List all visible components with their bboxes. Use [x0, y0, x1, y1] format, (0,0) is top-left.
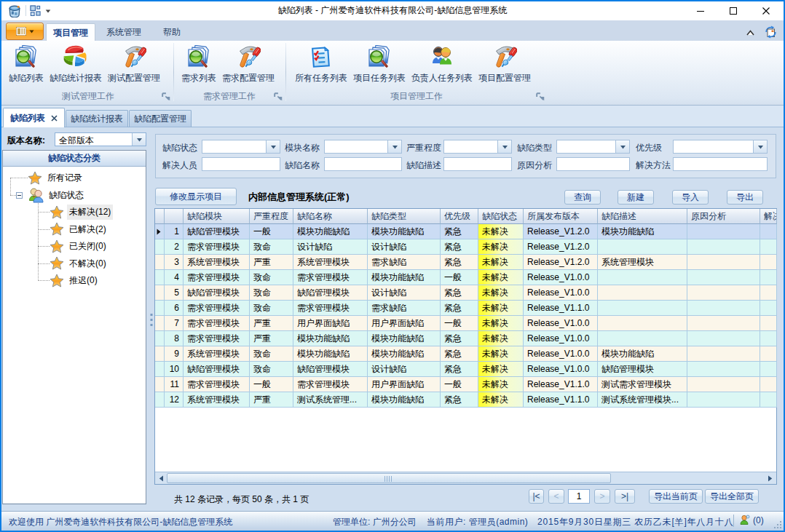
- grid-cell[interactable]: 模块功能缺陷: [368, 224, 441, 239]
- ribbon-collapse-icon[interactable]: [746, 29, 755, 36]
- grid-cell[interactable]: 未解决: [478, 255, 524, 270]
- grid-cell[interactable]: 紧急: [441, 239, 478, 255]
- grid-cell[interactable]: Release_V1.2.0: [524, 255, 598, 270]
- document-tab-3[interactable]: 缺陷配置管理: [129, 110, 192, 127]
- grid-cell[interactable]: 致命: [250, 285, 293, 301]
- grid-cell[interactable]: [687, 255, 760, 270]
- grid-cell[interactable]: 需求管理模块: [184, 239, 250, 255]
- action-button-导出[interactable]: 导出: [727, 190, 763, 205]
- scroll-right-button[interactable]: [765, 473, 776, 484]
- grid-cell[interactable]: 缺陷管理模块: [598, 362, 687, 377]
- grid-cell[interactable]: Release_V1.0.0: [524, 316, 598, 331]
- grid-cell[interactable]: [598, 239, 687, 255]
- ribbon-button[interactable]: 负责人任务列表: [409, 41, 476, 83]
- grid-header-2[interactable]: 严重程度: [250, 209, 293, 224]
- ribbon-button[interactable]: 所有任务列表: [292, 41, 350, 83]
- minimize-button[interactable]: [684, 1, 717, 20]
- grid-header-7[interactable]: 所属发布版本: [524, 209, 598, 224]
- grid-row-9[interactable]: 9系统管理模块致命模块功能缺陷模块功能缺陷紧急未解决Release_V1.0.0…: [155, 346, 776, 362]
- ribbon-button[interactable]: 测试配置管理: [105, 41, 163, 83]
- search-input[interactable]: [202, 157, 280, 171]
- grid-cell[interactable]: Release_V1.1.0: [524, 377, 598, 392]
- ribbon-button[interactable]: 缺陷列表: [6, 41, 47, 83]
- grid-cell[interactable]: 需求管理模块: [184, 331, 250, 346]
- grid-cell[interactable]: 一般: [441, 270, 478, 285]
- grid-header-10[interactable]: 解决方法: [760, 209, 777, 224]
- tree-item[interactable]: 不解决(0): [50, 255, 109, 272]
- combobox-dropdown-button[interactable]: [615, 140, 629, 153]
- grid-cell[interactable]: 系统管理模块: [598, 255, 687, 270]
- grid-cell[interactable]: Release_V1.0.0: [524, 270, 598, 285]
- grid-header-5[interactable]: 优先级: [441, 209, 478, 224]
- grid-cell[interactable]: 一般: [441, 316, 478, 331]
- dialog-launcher-icon[interactable]: [536, 92, 545, 102]
- grid-cell[interactable]: 未解决: [478, 331, 524, 346]
- grid-cell[interactable]: 需求缺陷: [368, 301, 441, 316]
- combobox-dropdown-button[interactable]: [753, 140, 767, 153]
- grid-cell[interactable]: 缺陷管理模块: [184, 285, 250, 301]
- grid-cell[interactable]: [687, 224, 760, 239]
- grid-cell[interactable]: 需求管理模块: [184, 377, 250, 392]
- horizontal-scrollbar[interactable]: [155, 472, 776, 484]
- grid-cell[interactable]: 用户界面缺陷: [368, 316, 441, 331]
- ribbon-button[interactable]: 需求列表: [178, 41, 219, 83]
- grid-cell[interactable]: 一般: [250, 224, 293, 239]
- window-switch-icon[interactable]: [764, 25, 778, 39]
- grid-cell[interactable]: 紧急: [441, 331, 478, 346]
- grid-cell[interactable]: 模块功能缺陷: [368, 392, 441, 408]
- grid-cell[interactable]: Release_V1.2.0: [524, 224, 598, 239]
- tree-item[interactable]: 已关闭(0): [50, 238, 109, 255]
- last-page-button[interactable]: >|: [615, 489, 635, 504]
- grid-cell[interactable]: [687, 239, 760, 255]
- grid-cell[interactable]: 致命: [250, 270, 293, 285]
- grid-cell[interactable]: 用户界面缺陷: [368, 377, 441, 392]
- dialog-launcher-icon[interactable]: [162, 92, 171, 102]
- grid-cell[interactable]: 模块功能缺陷: [368, 331, 441, 346]
- grid-cell[interactable]: 未解决: [478, 301, 524, 316]
- quick-access-grid-icon[interactable]: [30, 5, 41, 16]
- grid-cell[interactable]: 紧急: [441, 346, 478, 362]
- grid-cell[interactable]: [760, 285, 777, 301]
- splitter-grip-icon[interactable]: [150, 314, 153, 326]
- grid-cell[interactable]: 紧急: [441, 255, 478, 270]
- grid-row-5[interactable]: 5缺陷管理模块致命缺陷管理模块设计缺陷紧急未解决Release_V1.0.0: [155, 285, 776, 301]
- tab-close-icon[interactable]: [51, 115, 58, 122]
- ribbon-button[interactable]: 项目任务列表: [350, 41, 409, 83]
- document-tab-1[interactable]: 缺陷列表: [3, 108, 65, 127]
- ribbon-button[interactable]: 需求配置管理: [219, 41, 277, 83]
- grid-cell[interactable]: 未解决: [478, 224, 524, 239]
- grid-cell[interactable]: 需求管理模块: [293, 301, 368, 316]
- grid-cell[interactable]: Release_V1.1.0: [524, 392, 598, 408]
- grid-cell[interactable]: [598, 285, 687, 301]
- grid-cell[interactable]: [687, 301, 760, 316]
- grid-row-11[interactable]: 11需求管理模块一般需求管理模块用户界面缺陷一般未解决Release_V1.1.…: [155, 377, 776, 392]
- grid-cell[interactable]: 模块功能缺陷: [293, 331, 368, 346]
- grid-cell[interactable]: 需求管理模块: [293, 270, 368, 285]
- resize-grip-icon[interactable]: [773, 520, 782, 529]
- grid-cell[interactable]: [760, 331, 777, 346]
- grid-cell[interactable]: [598, 270, 687, 285]
- grid-cell[interactable]: 需求管理模块: [293, 377, 368, 392]
- combobox-dropdown-button[interactable]: [497, 140, 511, 153]
- grid-row-10[interactable]: 10缺陷管理模块致命缺陷管理模块设计缺陷紧急未解决Release_V1.0.0缺…: [155, 362, 776, 377]
- grid-cell[interactable]: 需求管理模块: [184, 270, 250, 285]
- tree-item[interactable]: 推迟(0): [50, 272, 100, 289]
- scroll-left-button[interactable]: [156, 473, 167, 484]
- version-combobox-dropdown-button[interactable]: [132, 133, 146, 146]
- dialog-launcher-icon[interactable]: [274, 92, 283, 102]
- grid-cell[interactable]: 模块功能缺陷: [293, 346, 368, 362]
- grid-cell[interactable]: 缺陷管理模块: [184, 224, 250, 239]
- grid-row-8[interactable]: 8需求管理模块严重模块功能缺陷模块功能缺陷紧急未解决Release_V1.0.0: [155, 331, 776, 346]
- ribbon-button[interactable]: 项目配置管理: [476, 41, 534, 83]
- grid-cell[interactable]: 测试需求管理模块: [598, 377, 687, 392]
- grid-cell[interactable]: 模块功能缺陷: [598, 224, 687, 239]
- grid-cell[interactable]: [687, 392, 760, 408]
- grid-cell[interactable]: 致命: [250, 239, 293, 255]
- export-current-page-button[interactable]: 导出当前页: [649, 489, 703, 504]
- grid-row-12[interactable]: 12系统管理模块严重测试系统管理...模块功能缺陷紧急未解决Release_V1…: [155, 392, 776, 408]
- grid-cell[interactable]: 设计缺陷: [293, 239, 368, 255]
- grid-cell[interactable]: 一般: [250, 377, 293, 392]
- tree-item[interactable]: 所有记录: [28, 170, 84, 186]
- combobox-dropdown-button[interactable]: [266, 140, 280, 153]
- grid-cell[interactable]: 需求缺陷: [368, 255, 441, 270]
